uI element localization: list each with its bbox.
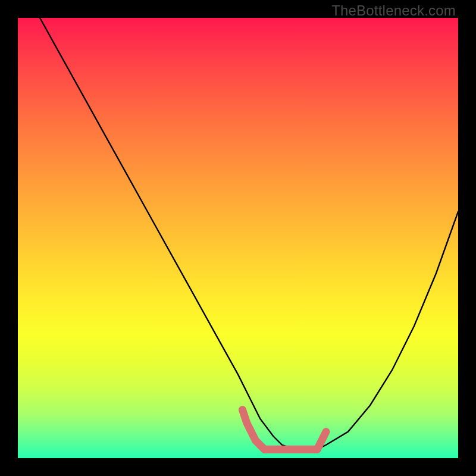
marker-left: [242, 410, 264, 450]
marker-right: [317, 432, 326, 450]
watermark-text: TheBottleneck.com: [331, 2, 456, 19]
plot-area: [18, 18, 458, 458]
main-curve: [40, 18, 458, 449]
chart-frame: TheBottleneck.com: [0, 0, 476, 476]
curve-layer: [18, 18, 458, 458]
